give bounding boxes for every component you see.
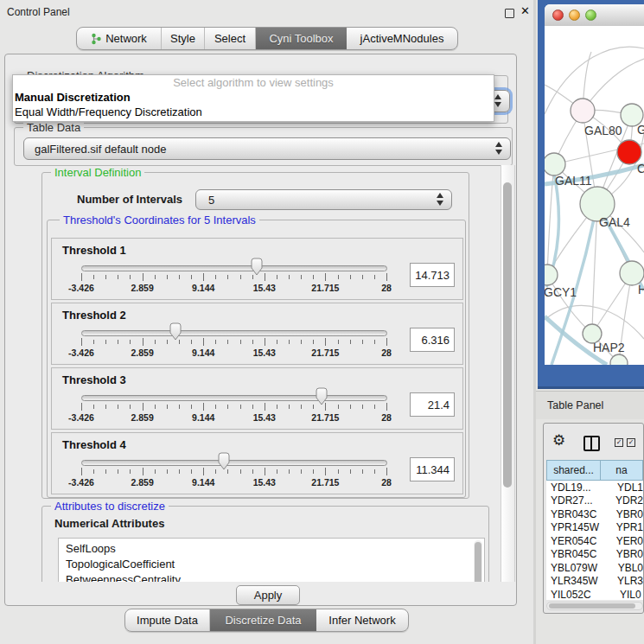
table-row[interactable]: YDR27...YDR2 <box>546 494 643 508</box>
slider-tick-labels: -3.4262.8599.14415.4321.71528 <box>81 283 386 294</box>
table-cell: YDL1 <box>610 481 643 494</box>
network-node[interactable] <box>617 140 641 164</box>
zoom-traffic-light[interactable] <box>585 10 596 21</box>
table-body: YDL19...YDL1YDR27...YDR2YBR043CYBR0YPR14… <box>546 481 643 600</box>
node-label: HAP2 <box>593 341 625 354</box>
threshold-panel: Threshold 3 -3.4262.8599.14415.4321.7152… <box>51 367 463 430</box>
panel-divider[interactable] <box>533 0 536 644</box>
threshold-label: Threshold 3 <box>62 373 126 386</box>
algorithm-option[interactable]: Manual Discretization <box>13 90 494 105</box>
tab-cyni-toolbox[interactable]: Cyni Toolbox <box>256 28 347 49</box>
algorithm-placeholder: Select algorithm to view settings <box>13 75 494 90</box>
network-node[interactable] <box>545 265 558 285</box>
node-label: GAL80 <box>584 124 622 137</box>
table-row[interactable]: YBL079WYBL0 <box>546 561 643 575</box>
table-row[interactable]: YER054CYER0 <box>546 534 643 548</box>
column-header[interactable]: na <box>601 460 643 481</box>
list-scrollbar[interactable] <box>474 540 482 582</box>
slider-track[interactable] <box>81 395 387 401</box>
slider-tick-labels: -3.4262.8599.14415.4321.71528 <box>81 477 386 488</box>
threshold-label: Threshold 1 <box>62 244 126 257</box>
thresholds-group: Threshold's Coordinates for 5 Intervals … <box>47 220 466 498</box>
network-icon <box>91 33 102 45</box>
table-cell: YBR0 <box>609 548 643 560</box>
bottom-tabs: Impute Data Discretize Data Infer Networ… <box>124 609 409 632</box>
threshold-value-field[interactable]: 14.713 <box>410 263 455 287</box>
table-cell: YBL0 <box>611 562 643 574</box>
threshold-panel: Threshold 2 -3.4262.8599.14415.4321.7152… <box>51 303 463 365</box>
tab-discretize-data[interactable]: Discretize Data <box>210 609 316 631</box>
threshold-value-field[interactable]: 11.344 <box>410 457 455 481</box>
minimize-traffic-light[interactable] <box>569 10 580 21</box>
threshold-label: Threshold 4 <box>62 438 126 451</box>
network-node[interactable] <box>610 354 628 365</box>
tab-select[interactable]: Select <box>205 28 256 49</box>
vertical-scrollbar[interactable] <box>501 165 515 582</box>
horizontal-scrollbar[interactable] <box>546 602 643 610</box>
attributes-group: Attributes to discretize Numerical Attri… <box>41 506 489 582</box>
numerical-attributes-label: Numerical Attributes <box>54 517 164 530</box>
table-cell: YPR1 <box>609 521 643 533</box>
table-data-combobox[interactable]: galFiltered.sif default node <box>23 137 511 160</box>
table-cell: YBL079W <box>546 562 611 574</box>
tab-impute-data[interactable]: Impute Data <box>125 609 210 631</box>
node-label: GAL11 <box>555 174 592 188</box>
network-node[interactable] <box>620 261 644 285</box>
split-columns-icon[interactable] <box>583 436 600 451</box>
table-row[interactable]: YDL19...YDL1 <box>546 481 643 494</box>
threshold-value-field[interactable]: 6.316 <box>410 328 455 352</box>
network-window: GAL80GACGAL11GAL4GCY1HHAP2 <box>545 4 644 365</box>
list-item[interactable]: TopologicalCoefficient <box>59 557 484 572</box>
table-row[interactable]: YPR145WYPR1 <box>546 521 643 535</box>
slider-track[interactable] <box>81 460 387 466</box>
table-cell: YIL0 <box>613 589 641 600</box>
float-window-icon[interactable] <box>505 9 514 18</box>
tab-infer-network[interactable]: Infer Network <box>316 609 408 631</box>
apply-button[interactable]: Apply <box>236 585 300 605</box>
group-title: Attributes to discretize <box>51 500 169 513</box>
network-node[interactable] <box>571 99 595 123</box>
slider-track[interactable] <box>81 265 387 271</box>
algorithm-option[interactable]: Equal Width/Frequency Discretization <box>13 105 494 119</box>
table-row[interactable]: YIL052CYIL0 <box>546 588 643 600</box>
interval-definition-group: Interval Definition Number of Intervals … <box>41 172 469 499</box>
column-header[interactable]: shared... <box>546 460 601 481</box>
checkbox-icon[interactable]: ✓ <box>627 438 635 447</box>
numerical-attributes-list[interactable]: SelfLoopsTopologicalCoefficientBetweenne… <box>58 538 485 582</box>
tab-jactivemnodules[interactable]: jActiveMNodules <box>347 28 457 49</box>
control-panel-tabs: Network Style Select Cyni Toolbox jActiv… <box>76 27 458 50</box>
table-cell: YER0 <box>609 535 643 547</box>
table-row[interactable]: YBR045CYBR0 <box>546 548 643 562</box>
network-node[interactable] <box>545 153 565 175</box>
gear-icon[interactable]: ⚙ <box>552 433 565 448</box>
network-window-titlebar[interactable] <box>545 4 644 27</box>
cyni-toolbox-panel: Discretization Algorithm Table Data galF… <box>4 54 517 606</box>
table-cell: YLR345W <box>546 575 610 587</box>
close-traffic-light[interactable] <box>552 10 564 21</box>
node-table[interactable]: shared...na YDL19...YDL1YDR27...YDR2YBR0… <box>546 460 643 600</box>
threshold-value-field[interactable]: 21.4 <box>410 392 455 417</box>
tab-network[interactable]: Network <box>77 28 162 49</box>
list-item[interactable]: BetweennessCentrality <box>59 572 484 582</box>
list-item[interactable]: SelfLoops <box>59 541 484 557</box>
node-label: C <box>637 162 644 175</box>
table-cell: YBR0 <box>609 508 643 520</box>
checkbox-icon[interactable]: ✓ <box>615 438 623 447</box>
group-title: Table Data <box>23 121 84 134</box>
network-edge[interactable] <box>547 164 554 275</box>
group-title: Interval Definition <box>51 166 144 179</box>
table-data-group: Table Data galFiltered.sif default node <box>14 127 513 166</box>
threshold-label: Threshold 2 <box>62 309 126 322</box>
combo-arrows-icon <box>494 94 502 107</box>
tab-style[interactable]: Style <box>162 28 205 49</box>
combo-arrows-icon <box>437 193 444 206</box>
scroll-viewport: Interval Definition Number of Intervals … <box>10 165 500 582</box>
table-row[interactable]: YBR043CYBR0 <box>546 507 643 521</box>
table-row[interactable]: YLR345WYLR3 <box>546 575 643 589</box>
close-icon[interactable]: ✕ <box>520 4 530 17</box>
node-label: H <box>638 283 644 296</box>
table-cell: YDR2 <box>609 494 643 507</box>
slider-track[interactable] <box>81 330 387 336</box>
network-canvas[interactable]: GAL80GACGAL11GAL4GCY1HHAP2 <box>545 26 644 365</box>
num-intervals-combobox[interactable]: 5 <box>195 189 452 210</box>
